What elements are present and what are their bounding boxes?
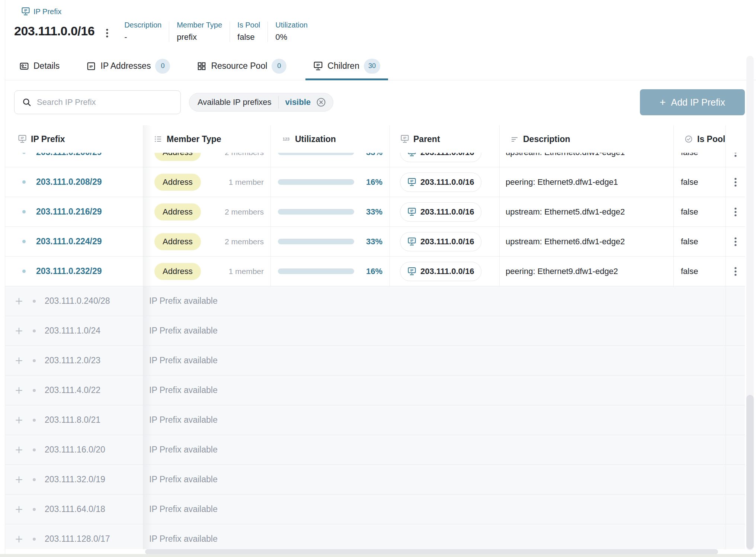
filter-chip-available-prefixes[interactable]: Available IP prefixes visible <box>189 93 333 112</box>
plus-icon <box>14 386 24 395</box>
check-circle-icon <box>684 135 693 144</box>
ip-prefix-link[interactable]: 203.111.0.216/29 <box>36 207 102 217</box>
row-kebab-menu-button[interactable] <box>732 264 739 278</box>
cell-ip-prefix: 203.111.1.0/24 <box>5 316 143 345</box>
id-card-icon <box>19 61 29 71</box>
cell-actions <box>726 376 745 405</box>
parent-prefix-chip[interactable]: 203.111.0.0/16 <box>400 173 481 192</box>
available-status-text: IP Prefix available <box>149 385 218 395</box>
column-header-is-pool[interactable]: Is Pool <box>674 125 726 153</box>
cell-ip-prefix: 203.111.0.240/28 <box>5 286 143 316</box>
cell-description: peering: Ethernet9.dfw1-edge1 <box>500 167 674 197</box>
parent-prefix-chip[interactable]: 203.111.0.0/16 <box>400 232 481 251</box>
tab-count-badge: 30 <box>364 59 380 74</box>
cell-ip-prefix: 203.111.4.0/22 <box>5 376 143 405</box>
parent-prefix-chip[interactable]: 203.111.0.0/16 <box>400 202 481 222</box>
add-child-prefix-button[interactable] <box>14 326 24 336</box>
cell-actions <box>726 227 745 256</box>
available-prefix-label: 203.111.2.0/23 <box>45 355 100 366</box>
column-label: Is Pool <box>697 134 725 144</box>
column-header-description[interactable]: Description <box>500 125 674 153</box>
available-status-text: IP Prefix available <box>149 355 218 366</box>
member-type-badge: Address <box>154 203 201 220</box>
row-kebab-menu-button[interactable] <box>732 205 739 219</box>
kebab-vertical-icon <box>734 237 737 247</box>
add-child-prefix-button[interactable] <box>14 386 24 395</box>
add-child-prefix-button[interactable] <box>14 475 24 484</box>
add-child-prefix-button[interactable] <box>14 445 24 455</box>
search-input[interactable] <box>37 97 173 107</box>
text-lines-icon <box>510 135 519 144</box>
row-kebab-menu-button[interactable] <box>732 235 739 249</box>
member-count: 2 members <box>225 237 264 246</box>
tab-resource-pool[interactable]: Resource Pool 0 <box>189 52 294 80</box>
parent-prefix-label: 203.111.0.0/16 <box>420 267 474 276</box>
available-prefix-label: 203.111.4.0/22 <box>45 385 100 395</box>
row-kebab-menu-button[interactable] <box>732 175 739 189</box>
cell-available-status: IP Prefix available <box>143 286 726 316</box>
add-child-prefix-button[interactable] <box>14 505 24 514</box>
breadcrumb[interactable]: IP Prefix <box>21 7 745 16</box>
table-row-available-prefix: 203.111.16.0/20 IP Prefix available <box>5 435 745 465</box>
plus-icon <box>14 534 24 544</box>
column-label: Parent <box>413 134 440 144</box>
circle-x-icon <box>316 97 326 107</box>
add-child-prefix-button[interactable] <box>14 534 24 544</box>
filter-remove-button[interactable] <box>315 96 327 108</box>
cell-actions <box>726 257 745 286</box>
summary-label: Description <box>124 21 161 29</box>
description-text: upstream: Ethernet6.dfw1-edge2 <box>506 237 625 247</box>
children-prefix-icon <box>313 61 323 71</box>
cell-is-pool: false <box>674 167 726 197</box>
cell-parent: 203.111.0.0/16 <box>390 197 500 226</box>
column-header-member-type[interactable]: Member Type <box>143 125 271 153</box>
utilization-bar <box>278 209 354 215</box>
kebab-vertical-icon <box>734 207 737 217</box>
plus-icon <box>14 475 24 484</box>
add-ip-prefix-button[interactable]: + Add IP Prefix <box>640 89 745 115</box>
kebab-vertical-icon <box>734 267 737 276</box>
column-header-ip-prefix[interactable]: IP Prefix <box>5 125 143 153</box>
member-type-badge: Address <box>154 174 201 191</box>
children-table: 203.111.0.200/29 Address 2 members 33% 2… <box>5 125 745 549</box>
add-child-prefix-button[interactable] <box>14 296 24 306</box>
is-pool-value: false <box>681 207 698 217</box>
add-child-prefix-button[interactable] <box>14 415 24 425</box>
summary-description: Description - <box>117 21 169 42</box>
tab-label: Children <box>327 61 359 71</box>
summary-is-pool: Is Pool false <box>230 21 268 42</box>
table-header-row: IP Prefix Member Type 123 Utilization <box>5 125 745 153</box>
ip-prefix-link[interactable]: 203.111.0.232/29 <box>36 266 102 276</box>
ip-prefix-link[interactable]: 203.111.0.208/29 <box>36 177 102 187</box>
status-dot-icon <box>22 210 26 213</box>
title-kebab-menu-button[interactable] <box>104 27 110 41</box>
status-dot-icon <box>22 180 26 184</box>
available-prefix-label: 203.111.0.240/28 <box>45 296 110 306</box>
title-row: 203.111.0.0/16 Description - Member Type… <box>14 21 745 42</box>
parent-prefix-label: 203.111.0.0/16 <box>420 177 474 187</box>
column-label: Member Type <box>167 134 221 144</box>
available-prefix-label: 203.111.64.0/18 <box>45 504 105 514</box>
member-count: 1 member <box>228 178 264 187</box>
column-header-parent[interactable]: Parent <box>390 125 500 153</box>
vertical-scrollbar-thumb[interactable] <box>746 395 754 549</box>
add-child-prefix-button[interactable] <box>14 356 24 366</box>
tab-ip-addresses[interactable]: IP IP Addresses 0 <box>79 52 178 80</box>
tab-details[interactable]: Details <box>12 52 67 80</box>
tab-children[interactable]: Children 30 <box>305 52 388 80</box>
status-dot-icon <box>22 240 26 243</box>
ip-prefix-icon <box>21 7 30 16</box>
number-123-icon: 123 <box>281 135 291 144</box>
svg-text:123: 123 <box>283 137 289 141</box>
available-status-text: IP Prefix available <box>149 474 218 484</box>
horizontal-scrollbar-thumb[interactable] <box>145 549 718 554</box>
table-row-available-prefix: 203.111.4.0/22 IP Prefix available <box>5 376 745 405</box>
column-header-utilization[interactable]: 123 Utilization <box>271 125 390 153</box>
ip-prefix-link[interactable]: 203.111.0.224/29 <box>36 236 102 247</box>
member-count: 1 member <box>228 267 264 276</box>
parent-prefix-chip[interactable]: 203.111.0.0/16 <box>400 262 481 281</box>
available-status-text: IP Prefix available <box>149 326 218 336</box>
available-prefix-label: 203.111.16.0/20 <box>45 445 105 455</box>
summary-value: 0% <box>275 32 308 42</box>
horizontal-scrollbar <box>0 549 756 554</box>
